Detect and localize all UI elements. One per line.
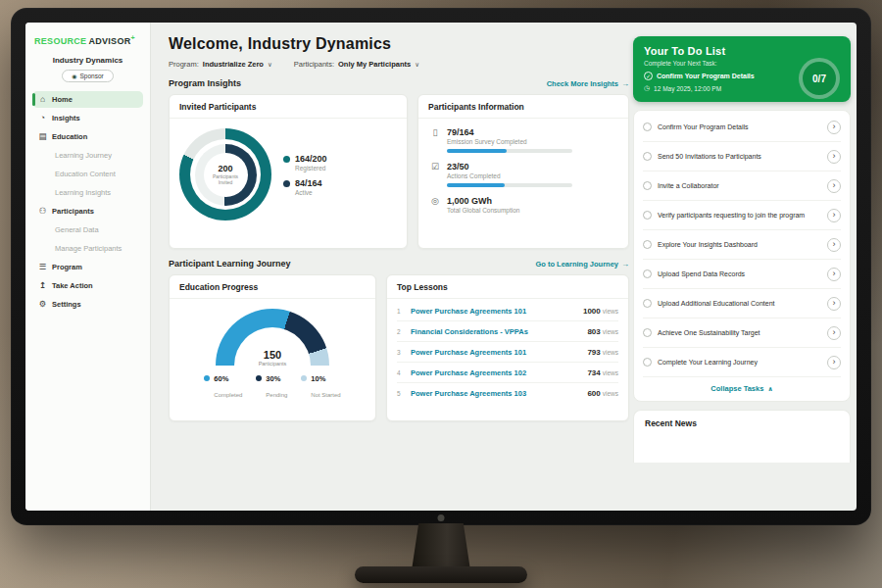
task-row[interactable]: Confirm Your Program Details <box>643 113 841 142</box>
survey-icon: ▯ <box>430 127 440 153</box>
right-panel: Your To Do List Complete Your Next Task:… <box>633 23 851 511</box>
nav-item[interactable]: Education Content <box>32 166 143 182</box>
collapse-tasks-button[interactable]: Collapse Tasks <box>643 377 841 401</box>
main-content: Welcome, Industry Dynamics Program: Indu… <box>151 23 639 511</box>
task-checkbox[interactable] <box>643 270 652 278</box>
task-checkbox[interactable] <box>643 181 652 190</box>
nav-item[interactable]: ⚙ Settings <box>32 296 143 313</box>
donut-legend-item: 84/164 Active <box>283 178 327 196</box>
nav-item-label: Participants <box>52 207 94 216</box>
donut-ring-inner: 200 Participants Invited <box>195 144 257 206</box>
todo-next-task[interactable]: Confirm Your Program Details <box>644 72 791 80</box>
sponsor-badge[interactable]: Sponsor <box>62 70 113 82</box>
sponsor-icon <box>72 73 76 79</box>
nav-item[interactable]: ▤ Education <box>32 128 143 145</box>
task-row[interactable]: Complete Your Learning Journey <box>643 348 841 377</box>
task-row[interactable]: Verify participants requesting to join t… <box>643 201 841 230</box>
clock-icon <box>644 84 650 92</box>
go-to-learning-journey-link[interactable]: Go to Learning Journey <box>535 260 629 269</box>
check-icon <box>644 72 653 80</box>
task-checkbox[interactable] <box>643 211 652 220</box>
donut-legend-item: 164/200 Registered <box>283 154 327 172</box>
lesson-views: 793views <box>587 348 618 357</box>
chevron-right-icon[interactable] <box>827 150 841 164</box>
take-action-icon: ↥ <box>38 281 47 290</box>
lesson-row: 1 Power Purchase Agreements 101 1000view… <box>397 301 618 321</box>
lesson-link[interactable]: Financial Considerations - VPPAs <box>411 327 580 336</box>
arrow-right-icon <box>621 79 629 88</box>
nav-item[interactable]: Learning Insights <box>32 184 143 201</box>
logo-plus: + <box>131 34 135 41</box>
legend-dot <box>301 375 307 381</box>
chevron-right-icon[interactable] <box>827 326 841 340</box>
participants-icon: ⚇ <box>38 207 47 216</box>
task-checkbox[interactable] <box>643 122 652 131</box>
card-title: Invited Participants <box>170 95 407 119</box>
task-checkbox[interactable] <box>643 328 652 337</box>
recent-news-card: Recent News <box>633 410 851 463</box>
nav-item-label: Insights <box>52 114 80 122</box>
chevron-down-icon <box>415 60 419 69</box>
lesson-views: 600views <box>587 389 618 398</box>
lesson-link[interactable]: Power Purchase Agreements 103 <box>411 389 580 398</box>
task-checkbox[interactable] <box>643 358 652 367</box>
learning-journey-title: Participant Learning Journey <box>169 259 291 269</box>
nav-item[interactable]: ⚇ Participants <box>32 203 143 220</box>
education-progress-gauge-chart: 150 Participants <box>216 309 329 367</box>
nav-item[interactable]: ⌂ Home <box>32 91 143 108</box>
chevron-right-icon[interactable] <box>827 121 841 134</box>
task-checkbox[interactable] <box>643 299 652 308</box>
todo-progress-ring: 0/7 <box>799 58 840 99</box>
task-row[interactable]: Upload Additional Educational Content <box>643 289 841 318</box>
participants-select[interactable]: Participants: Only My Participants <box>294 60 419 69</box>
todo-tasks-card: Confirm Your Program Details Send 50 Inv… <box>633 110 851 402</box>
lesson-row: 3 Power Purchase Agreements 101 793views <box>397 342 618 363</box>
chevron-right-icon[interactable] <box>827 209 841 222</box>
task-label: Verify participants requesting to join t… <box>658 211 821 220</box>
chevron-right-icon[interactable] <box>827 238 841 252</box>
task-label: Complete Your Learning Journey <box>658 358 821 367</box>
dashboard-screen: RESOURCEADVISOR+ Industry Dynamics Spons… <box>25 23 857 511</box>
sidebar-nav: ⌂ Home ◔ Insights ▤ Education Learning J… <box>32 91 143 313</box>
chevron-right-icon[interactable] <box>827 297 841 311</box>
chevron-right-icon[interactable] <box>827 179 841 193</box>
chevron-right-icon[interactable] <box>827 268 841 281</box>
task-row[interactable]: Upload Spend Data Records <box>643 260 841 289</box>
monitor-stand-neck <box>412 523 470 570</box>
progress-bar <box>447 149 572 153</box>
nav-item[interactable]: ☰ Program <box>32 259 143 275</box>
lesson-rank: 4 <box>397 369 404 376</box>
task-checkbox[interactable] <box>643 240 652 249</box>
lesson-views: 803views <box>587 327 618 336</box>
task-checkbox[interactable] <box>643 152 652 161</box>
recent-news-title: Recent News <box>645 418 839 428</box>
sponsor-label: Sponsor <box>80 73 104 79</box>
donut-ring-outer: 200 Participants Invited <box>179 128 271 220</box>
task-row[interactable]: Send 50 Invitations to Participants <box>643 142 841 172</box>
nav-item-label: Take Action <box>52 281 93 290</box>
program-select[interactable]: Program: Industrialize Zero <box>169 60 272 69</box>
consumption-icon: ◎ <box>430 196 440 214</box>
top-lessons-card: Top Lessons 1 Power Purchase Agreements … <box>386 274 629 421</box>
gauge-legend-item: 30% Pending <box>256 374 287 401</box>
nav-item[interactable]: ↥ Take Action <box>32 277 143 294</box>
arrow-right-icon <box>621 260 629 269</box>
monitor-stand-base <box>355 566 527 583</box>
chevron-right-icon[interactable] <box>827 356 841 369</box>
task-row[interactable]: Achieve One Sustainability Target <box>643 318 841 348</box>
nav-item[interactable]: Manage Participants <box>32 240 143 257</box>
nav-item[interactable]: Learning Journey <box>32 147 143 164</box>
lesson-link[interactable]: Power Purchase Agreements 101 <box>411 307 576 316</box>
todo-title: Your To Do List <box>644 45 840 57</box>
nav-item[interactable]: General Data <box>32 221 143 238</box>
lesson-rank: 5 <box>397 390 404 397</box>
nav-item[interactable]: ◔ Insights <box>32 110 143 126</box>
nav-item-label: Education <box>52 132 87 141</box>
lesson-link[interactable]: Power Purchase Agreements 102 <box>411 368 580 377</box>
filters-row: Program: Industrialize Zero Participants… <box>169 60 629 69</box>
task-row[interactable]: Invite a Collaborator <box>643 172 841 201</box>
task-row[interactable]: Explore Your Insights Dashboard <box>643 230 841 260</box>
lesson-link[interactable]: Power Purchase Agreements 101 <box>411 348 580 357</box>
nav-item-label: Learning Journey <box>55 151 112 160</box>
check-more-insights-link[interactable]: Check More Insights <box>547 79 629 88</box>
